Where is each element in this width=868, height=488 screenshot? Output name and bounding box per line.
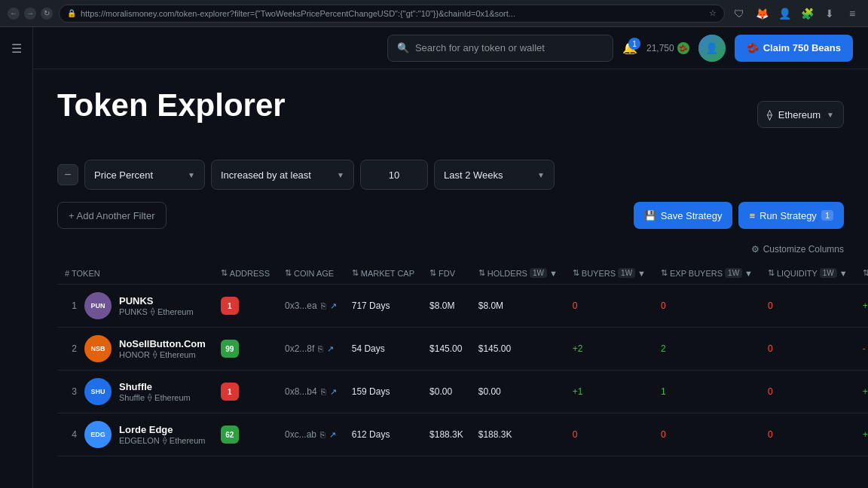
puzzle-icon[interactable]: 🧩 [799, 5, 815, 22]
top-nav: 🔍 Search for any token or wallet 🔔 1 21,… [33, 27, 868, 69]
token-info: Lorde Edge EDGELON ⟠ Ethereum [119, 424, 206, 445]
buyers-filter-icon[interactable]: ▼ [637, 269, 646, 278]
beans-icon: 🫘 [747, 42, 759, 53]
notification-badge: 1 [628, 38, 640, 50]
url-text: https://moralismoney.com/token-explorer?… [81, 9, 515, 18]
main-content: Token Explorer ⟠ Ethereum ▼ − Price Perc… [33, 69, 868, 488]
table-body: 1 PUN PUNKS PUNKS ⟠ Ethereum 1 [57, 285, 868, 456]
filter-condition-select[interactable]: Increased by at least ▼ [211, 160, 354, 190]
token-info: NoSellButton.Com HONOR ⟠ Ethereum [119, 338, 206, 359]
customize-columns-button[interactable]: ⚙ Customize Columns [751, 244, 844, 255]
table-row[interactable]: 4 EDG Lorde Edge EDGELON ⟠ Ethereum 62 [57, 413, 868, 456]
filter-type-chevron-icon: ▼ [188, 171, 195, 179]
fdv-cell: $8.0M [471, 285, 565, 328]
avatar[interactable]: 👤 [698, 35, 726, 62]
forward-button[interactable]: → [24, 8, 36, 20]
liquidity-cell: + $0.00 [855, 413, 868, 456]
sidebar: ☰ [0, 27, 33, 488]
extensions-icon[interactable]: 🛡 [731, 5, 747, 22]
address-cell: 0xc...ab ⎘ ↗ [277, 413, 344, 456]
coin-count: 21,750 🫘 [646, 42, 689, 54]
customize-columns-label: Customize Columns [763, 244, 844, 255]
minus-icon: − [64, 168, 71, 181]
profile-icon[interactable]: 👤 [776, 5, 793, 22]
add-filter-button[interactable]: + Add Another Filter [57, 202, 167, 229]
notification-area[interactable]: 🔔 1 [622, 41, 637, 55]
filter-value-input[interactable]: 10 [360, 160, 428, 190]
address-bar[interactable]: 🔒 https://moralismoney.com/token-explore… [59, 5, 725, 23]
browser-bar: ← → ↻ 🔒 https://moralismoney.com/token-e… [0, 0, 868, 27]
holders-filter-icon[interactable]: ▼ [549, 269, 558, 278]
strategy-actions: 💾 Save Strategy ≡ Run Strategy 1 [634, 202, 844, 229]
claim-btn-label: Claim 750 Beans [763, 42, 841, 53]
rank-cell: 3 SHU Shuffle Shuffle ⟠ Ethereum [57, 371, 213, 413]
token-info: Shuffle Shuffle ⟠ Ethereum [119, 381, 191, 402]
copy-icon[interactable]: ⎘ [320, 430, 326, 439]
badge-cell: 1 [213, 285, 277, 328]
table-row[interactable]: 2 NSB NoSellButton.Com HONOR ⟠ Ethereum … [57, 328, 868, 371]
address-text: 0x8...b4 [285, 386, 317, 397]
market-cap-cell: $0.00 [422, 371, 471, 413]
liquidity-sort-icon: ⇅ [768, 268, 775, 278]
search-placeholder: Search for any token or wallet [415, 42, 545, 53]
buyers-sort-icon: ⇅ [573, 268, 579, 278]
copy-icon[interactable]: ⎘ [321, 387, 326, 396]
copy-icon[interactable]: ⎘ [318, 344, 323, 353]
remove-filter-button[interactable]: − [57, 164, 78, 185]
token-symbol: Shuffle ⟠ Ethereum [119, 392, 191, 402]
customize-columns-bar: ⚙ Customize Columns [57, 244, 844, 255]
col-address: ⇅ ADDRESS [213, 262, 277, 285]
security-badge: 99 [221, 340, 239, 358]
external-link-icon[interactable]: ↗ [330, 387, 337, 397]
firefox-icon[interactable]: 🦊 [753, 5, 770, 22]
market-cap-cell: $145.00 [422, 328, 471, 371]
exp-buyers-sort-icon: ⇅ [661, 268, 668, 278]
back-button[interactable]: ← [8, 8, 20, 20]
col-market-cap: ⇅ MARKET CAP [344, 262, 422, 285]
sellers-sort-icon: ⇅ [863, 268, 868, 278]
liquidity-cell: - $335.3K [855, 328, 868, 371]
app-container: ☰ 🔍 Search for any token or wallet 🔔 1 2… [0, 27, 868, 488]
fdv-cell: $145.00 [471, 328, 565, 371]
market-cap-cell: $8.0M [422, 285, 471, 328]
token-info: PUNKS PUNKS ⟠ Ethereum [119, 295, 194, 316]
copy-icon[interactable]: ⎘ [321, 301, 326, 310]
browser-actions: 🛡 🦊 👤 🧩 ⬇ ≡ [731, 5, 860, 22]
table-header: # TOKEN ⇅ ADDRESS ⇅ COIN AGE [57, 262, 868, 285]
liquidity-filter-icon[interactable]: ▼ [839, 269, 848, 278]
refresh-button[interactable]: ↻ [41, 8, 53, 20]
external-link-icon[interactable]: ↗ [327, 344, 334, 354]
table-row[interactable]: 1 PUN PUNKS PUNKS ⟠ Ethereum 1 [57, 285, 868, 328]
download-icon[interactable]: ⬇ [821, 5, 838, 22]
fdv-cell: $0.00 [471, 371, 565, 413]
menu-dots-icon[interactable]: ≡ [844, 5, 860, 22]
token-symbol: PUNKS ⟠ Ethereum [119, 307, 194, 316]
add-filter-label: + Add Another Filter [69, 210, 155, 221]
badge-cell: 99 [213, 328, 277, 371]
filter-type-select[interactable]: Price Percent ▼ [84, 160, 205, 190]
bookmark-icon[interactable]: ☆ [709, 8, 717, 18]
claim-beans-button[interactable]: 🫘 Claim 750 Beans [735, 35, 853, 62]
holders-cell: 0 [565, 413, 653, 456]
fdv-sort-icon: ⇅ [429, 268, 436, 278]
badge-cell: 62 [213, 413, 277, 456]
coin-age-cell: 717 Days [344, 285, 422, 328]
table-row[interactable]: 3 SHU Shuffle Shuffle ⟠ Ethereum 1 [57, 371, 868, 413]
address-text: 0xc...ab [285, 429, 316, 440]
external-link-icon[interactable]: ↗ [330, 301, 337, 311]
token-symbol: HONOR ⟠ Ethereum [119, 349, 206, 359]
menu-toggle-button[interactable]: ☰ [5, 36, 29, 60]
lock-icon: 🔒 [67, 9, 76, 17]
run-strategy-button[interactable]: ≡ Run Strategy 1 [738, 202, 844, 229]
holders-cell: +2 [565, 328, 653, 371]
exp-buyers-filter-icon[interactable]: ▼ [744, 269, 753, 278]
save-strategy-button[interactable]: 💾 Save Strategy [634, 202, 733, 229]
external-link-icon[interactable]: ↗ [329, 430, 336, 440]
filter-period-select[interactable]: Last 2 Weeks ▼ [434, 160, 555, 190]
liquidity-cell: + $0.00 [855, 285, 868, 328]
network-selector[interactable]: ⟠ Ethereum ▼ [757, 101, 844, 128]
run-strategy-label: Run Strategy [760, 210, 817, 221]
coin-icon: 🫘 [677, 42, 689, 54]
search-bar[interactable]: 🔍 Search for any token or wallet [387, 35, 613, 62]
address-sort-icon: ⇅ [221, 268, 228, 278]
